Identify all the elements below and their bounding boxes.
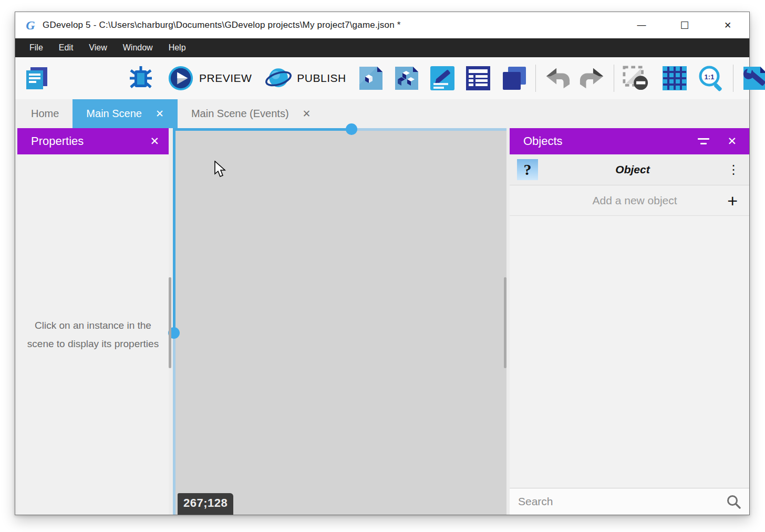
tab-main-scene[interactable]: Main Scene ✕ (73, 99, 178, 128)
window-title: GDevelop 5 - C:\Users\charburg\Documents… (43, 20, 401, 30)
close-window-button[interactable]: ✕ (706, 12, 749, 38)
close-icon[interactable]: ✕ (150, 135, 159, 148)
tab-home-label: Home (31, 108, 59, 120)
object-name: Object (538, 163, 727, 176)
undo-icon[interactable] (544, 65, 571, 91)
clear-selection-mask-icon[interactable] (623, 65, 649, 91)
horizontal-scroll-indicator[interactable] (173, 128, 506, 131)
main-area: Properties ✕ Click on an instance in the… (15, 128, 749, 515)
preview-label: PREVIEW (199, 72, 252, 85)
properties-panel-header: Properties ✕ (17, 128, 169, 154)
debugger-icon[interactable] (128, 65, 154, 91)
menu-view[interactable]: View (81, 38, 115, 57)
toolbar-separator (614, 65, 614, 92)
object-list-item[interactable]: ? Object ⋮ (510, 154, 749, 185)
objects-editor-icon[interactable] (358, 65, 384, 91)
tab-home[interactable]: Home (17, 99, 73, 128)
mouse-cursor-icon (214, 161, 228, 181)
tab-bar: Home Main Scene ✕ Main Scene (Events) ✕ (15, 99, 749, 128)
gdevelop-logo-icon: G (24, 18, 37, 32)
preview-button[interactable]: PREVIEW (168, 65, 252, 91)
plus-icon: + (727, 192, 738, 210)
objects-panel-header: Objects ✕ (510, 128, 749, 154)
object-search-bar (510, 488, 749, 515)
scene-variables-icon[interactable] (465, 65, 491, 91)
objects-list-empty-area (510, 216, 749, 488)
objects-panel: Objects ✕ ? Object ⋮ Add a new object + (510, 128, 749, 515)
search-icon[interactable] (726, 494, 741, 509)
scene-properties-icon[interactable] (429, 65, 456, 91)
svg-text:1:1: 1:1 (704, 73, 714, 81)
publish-button[interactable]: PUBLISH (265, 65, 346, 91)
scene-canvas[interactable]: 267;128 (173, 128, 506, 515)
menu-edit[interactable]: Edit (51, 38, 81, 57)
maximize-button[interactable]: ☐ (663, 12, 706, 38)
objects-panel-title: Objects (523, 134, 563, 148)
tab-main-scene-label: Main Scene (86, 108, 142, 120)
filter-icon[interactable] (698, 138, 709, 144)
canvas-scrollbar-thumb[interactable] (504, 277, 506, 368)
extensions-tools-icon[interactable] (742, 65, 765, 91)
horizontal-scroll-knob[interactable] (346, 123, 357, 135)
tab-close-icon[interactable]: ✕ (156, 108, 164, 120)
grid-icon[interactable] (661, 65, 688, 91)
menu-help[interactable]: Help (161, 38, 194, 57)
project-manager-icon[interactable] (24, 65, 50, 91)
publish-label: PUBLISH (297, 72, 346, 85)
layers-icon[interactable] (501, 65, 527, 91)
toolbar-separator (733, 65, 733, 92)
redo-icon[interactable] (579, 65, 605, 91)
add-new-object-button[interactable]: Add a new object + (510, 185, 749, 216)
title-bar: G GDevelop 5 - C:\Users\charburg\Documen… (15, 12, 749, 38)
menu-bar: File Edit View Window Help (15, 38, 749, 57)
tab-main-scene-events[interactable]: Main Scene (Events) ✕ (178, 99, 325, 128)
menu-file[interactable]: File (22, 38, 51, 57)
app-window: G GDevelop 5 - C:\Users\charburg\Documen… (15, 12, 750, 515)
properties-panel-title: Properties (31, 134, 84, 148)
unknown-object-icon: ? (517, 159, 538, 180)
minimize-button[interactable]: — (620, 12, 663, 38)
zoom-1-1-icon[interactable]: 1:1 (698, 65, 725, 91)
object-groups-icon[interactable] (394, 65, 420, 91)
properties-empty-message: Click on an instance in the scene to dis… (27, 316, 159, 353)
menu-window[interactable]: Window (115, 38, 161, 57)
tab-close-icon[interactable]: ✕ (303, 108, 311, 120)
properties-panel: Properties ✕ Click on an instance in the… (17, 128, 169, 515)
object-search-input[interactable] (518, 495, 726, 508)
close-icon[interactable]: ✕ (727, 135, 737, 148)
add-new-object-label: Add a new object (521, 194, 727, 207)
toolbar: PREVIEW PUBLISH (15, 57, 749, 99)
tab-main-scene-events-label: Main Scene (Events) (191, 108, 289, 120)
toolbar-separator (535, 65, 536, 92)
vertical-scroll-indicator[interactable] (173, 128, 175, 515)
cursor-coordinates-badge: 267;128 (178, 493, 233, 515)
kebab-menu-icon[interactable]: ⋮ (727, 163, 740, 176)
properties-scrollbar-thumb[interactable] (169, 277, 171, 368)
